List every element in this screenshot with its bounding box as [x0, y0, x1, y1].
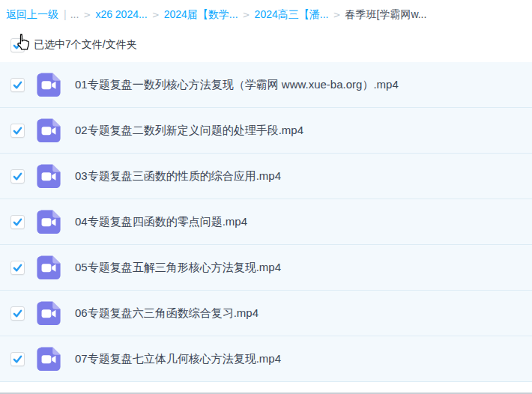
video-file-icon	[36, 346, 61, 372]
file-checkbox[interactable]	[10, 215, 25, 229]
chevron-right-separator: >	[333, 10, 340, 20]
checkmark-icon	[12, 125, 23, 136]
file-row[interactable]: 01专题复盘一数列核心方法复现（学霸网 www.xue-ba.org）.mp4	[0, 62, 532, 108]
breadcrumb-current-folder: 春季班[学霸网w...	[345, 8, 427, 20]
file-row[interactable]: 02专题复盘二数列新定义问题的处理手段.mp4	[0, 108, 532, 154]
breadcrumb-link-1[interactable]: x26 2024...	[95, 8, 147, 20]
file-row[interactable]: 07专题复盘七立体几何核心方法复现.mp4	[0, 336, 532, 382]
video-file-icon	[36, 300, 61, 326]
video-file-icon	[36, 209, 61, 234]
back-to-parent-link[interactable]: 返回上一级	[6, 8, 58, 20]
checkmark-icon	[12, 216, 23, 228]
video-file-icon	[36, 72, 61, 97]
checkmark-icon	[12, 262, 23, 273]
video-file-icon	[36, 163, 61, 189]
checkmark-icon	[12, 308, 23, 319]
file-row[interactable]: 04专题复盘四函数的零点问题.mp4	[0, 199, 532, 245]
breadcrumb-link-3[interactable]: 2024高三【潘...	[255, 8, 329, 20]
file-checkbox[interactable]	[10, 306, 25, 321]
chevron-right-separator: >	[243, 10, 250, 20]
breadcrumb: 返回上一级|...>x26 2024...>2024届【数学...>2024高三…	[0, 0, 532, 27]
chevron-right-separator: >	[83, 10, 91, 20]
file-row[interactable]: 05专题复盘五解三角形核心方法复现.mp4	[0, 245, 532, 291]
select-all-checkbox[interactable]	[10, 38, 25, 52]
file-name[interactable]: 01专题复盘一数列核心方法复现（学霸网 www.xue-ba.org）.mp4	[75, 78, 408, 92]
file-checkbox[interactable]	[10, 78, 25, 92]
file-list: 01专题复盘一数列核心方法复现（学霸网 www.xue-ba.org）.mp4 …	[0, 62, 532, 382]
selection-count-label: 已选中7个文件/文件夹	[34, 38, 137, 52]
breadcrumb-link-2[interactable]: 2024届【数学...	[164, 8, 238, 20]
breadcrumb-pipe-divider: |	[64, 8, 67, 20]
checkmark-icon	[12, 40, 23, 51]
file-row[interactable]: 06专题复盘六三角函数综合复习.mp4	[0, 291, 532, 336]
file-name[interactable]: 04专题复盘四函数的零点问题.mp4	[75, 215, 256, 229]
file-name[interactable]: 02专题复盘二数列新定义问题的处理手段.mp4	[75, 124, 312, 138]
checkmark-icon	[12, 354, 23, 365]
file-name[interactable]: 06专题复盘六三角函数综合复习.mp4	[75, 306, 267, 321]
selection-bar: 已选中7个文件/文件夹	[0, 32, 532, 58]
file-checkbox[interactable]	[10, 169, 25, 184]
chevron-right-separator: >	[152, 10, 160, 20]
file-checkbox[interactable]	[10, 261, 25, 275]
file-row[interactable]: 03专题复盘三函数的性质的综合应用.mp4	[0, 154, 532, 199]
file-name[interactable]: 05专题复盘五解三角形核心方法复现.mp4	[75, 261, 290, 275]
video-file-icon	[36, 118, 61, 143]
file-checkbox[interactable]	[10, 352, 25, 366]
file-checkbox[interactable]	[10, 124, 25, 138]
video-file-icon	[36, 255, 61, 280]
checkmark-icon	[12, 171, 23, 182]
breadcrumb-collapsed-ellipsis[interactable]: ...	[70, 8, 79, 20]
file-name[interactable]: 03专题复盘三函数的性质的综合应用.mp4	[75, 169, 290, 184]
checkmark-icon	[12, 79, 23, 91]
file-name[interactable]: 07专题复盘七立体几何核心方法复现.mp4	[75, 352, 290, 366]
